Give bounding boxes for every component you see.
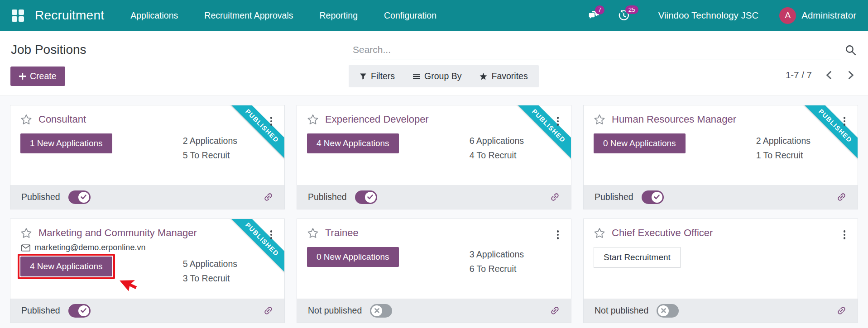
new-applications-button[interactable]: 0 New Applications — [307, 247, 399, 267]
job-title-link[interactable]: Chief Executive Officer — [612, 227, 713, 239]
kebab-menu-icon[interactable] — [556, 229, 561, 241]
check-icon — [652, 192, 662, 203]
website-link-icon[interactable] — [547, 190, 562, 204]
activities-badge: 25 — [625, 5, 638, 14]
menu-reporting[interactable]: Reporting — [319, 10, 358, 21]
new-applications-button[interactable]: 1 New Applications — [20, 133, 112, 153]
job-title-link[interactable]: Marketing and Community Manager — [38, 227, 197, 239]
publish-toggle[interactable] — [355, 190, 377, 204]
group-by-button[interactable]: Group By — [413, 71, 461, 81]
top-navbar: Recruitment Applications Recruitment App… — [0, 0, 868, 31]
card-header: Human Resources Manager — [594, 114, 848, 125]
to-recruit-count-link[interactable]: 3 To Recruit — [183, 271, 237, 285]
card-main: Chief Executive Officer Start Recruitmen… — [584, 219, 858, 299]
job-title-link[interactable]: Human Resources Manager — [612, 114, 736, 125]
company-switcher[interactable]: Viindoo Technology JSC — [658, 10, 758, 21]
job-card-experienced-developer[interactable]: PUBLISHED Experienced Developer 4 New Ap… — [297, 105, 571, 209]
publish-status-label: Published — [21, 192, 60, 202]
create-button-label: Create — [30, 71, 57, 81]
card-footer: Published — [10, 299, 284, 323]
publish-toggle[interactable] — [68, 304, 91, 318]
applications-count-link[interactable]: 2 Applications — [183, 133, 237, 148]
kebab-menu-icon[interactable] — [556, 115, 561, 127]
filters-button[interactable]: Filters — [360, 71, 395, 81]
start-recruitment-button[interactable]: Start Recruitment — [594, 247, 681, 268]
create-button[interactable]: Create — [10, 67, 65, 86]
app-brand-title[interactable]: Recruitment — [35, 8, 104, 23]
to-recruit-count-link[interactable]: 4 To Recruit — [470, 148, 524, 162]
job-email[interactable]: marketing@demo.erponline.vn — [34, 243, 145, 252]
new-applications-button[interactable]: 0 New Applications — [594, 133, 686, 153]
website-link-icon[interactable] — [261, 190, 276, 204]
card-body: 4 New Applications 5 Applications 3 To R… — [20, 257, 274, 285]
publish-toggle[interactable] — [642, 190, 664, 204]
to-recruit-count-link[interactable]: 6 To Recruit — [470, 261, 524, 276]
search-input[interactable] — [352, 42, 841, 60]
card-stats: 3 Applications 6 To Recruit — [470, 247, 524, 276]
page-title: Job Positions — [11, 43, 86, 57]
favorite-star-icon[interactable] — [20, 228, 32, 239]
menu-applications[interactable]: Applications — [130, 10, 178, 21]
applications-count-link[interactable]: 2 Applications — [756, 133, 810, 148]
new-applications-button[interactable]: 4 New Applications — [20, 257, 112, 276]
pager: 1-7 / 7 — [786, 69, 856, 81]
favorites-button[interactable]: Favorites — [480, 71, 528, 81]
job-title-link[interactable]: Experienced Developer — [325, 114, 429, 125]
card-footer: Published — [10, 185, 284, 209]
funnel-icon — [360, 73, 367, 80]
messages-badge: 7 — [595, 5, 605, 14]
new-applications-button[interactable]: 4 New Applications — [307, 133, 399, 153]
chevron-left-icon — [825, 71, 832, 80]
avatar: A — [779, 7, 796, 24]
apps-menu-icon[interactable] — [12, 10, 24, 22]
recruitment-kanban-page: Recruitment Applications Recruitment App… — [0, 0, 868, 328]
to-recruit-count-link[interactable]: 5 To Recruit — [183, 148, 237, 162]
favorites-label: Favorites — [491, 71, 528, 81]
pager-previous-button[interactable] — [824, 69, 834, 81]
website-link-icon[interactable] — [834, 190, 849, 204]
to-recruit-count-link[interactable]: 1 To Recruit — [756, 148, 810, 162]
search-icon[interactable] — [845, 44, 857, 58]
card-body: 1 New Applications 2 Applications 5 To R… — [20, 133, 274, 162]
publish-status-label: Not published — [595, 305, 648, 316]
favorite-star-icon[interactable] — [594, 114, 605, 125]
website-link-icon[interactable] — [547, 303, 562, 318]
favorite-star-icon[interactable] — [594, 228, 605, 239]
job-card-trainee[interactable]: Trainee 0 New Applications 3 Application… — [297, 219, 571, 323]
favorite-star-icon[interactable] — [20, 114, 32, 125]
job-card-consultant[interactable]: PUBLISHED Consultant 1 New Applications … — [10, 105, 285, 209]
cross-icon — [371, 305, 382, 316]
menu-recruitment-approvals[interactable]: Recruitment Approvals — [204, 10, 293, 21]
website-link-icon[interactable] — [834, 303, 849, 318]
card-header: Chief Executive Officer — [594, 227, 848, 239]
applications-count-link[interactable]: 5 Applications — [183, 257, 237, 271]
job-card-hr-manager[interactable]: PUBLISHED Human Resources Manager 0 New … — [583, 105, 858, 209]
job-card-marketing-manager[interactable]: PUBLISHED Marketing and Community Manage… — [10, 219, 285, 323]
activities-button[interactable]: 25 — [618, 10, 629, 21]
publish-toggle[interactable] — [68, 190, 91, 204]
kebab-menu-icon[interactable] — [269, 115, 274, 127]
kebab-menu-icon[interactable] — [842, 229, 847, 241]
favorite-star-icon[interactable] — [307, 228, 319, 239]
user-name: Administrator — [801, 10, 856, 21]
favorite-star-icon[interactable] — [307, 114, 319, 125]
website-link-icon[interactable] — [261, 303, 276, 318]
card-stats: 6 Applications 4 To Recruit — [470, 133, 524, 162]
card-main: Consultant 1 New Applications 2 Applicat… — [10, 105, 284, 185]
publish-toggle[interactable] — [370, 304, 392, 318]
user-menu[interactable]: A Administrator — [779, 7, 856, 24]
kebab-menu-icon[interactable] — [842, 115, 847, 127]
job-card-ceo[interactable]: Chief Executive Officer Start Recruitmen… — [583, 219, 858, 323]
job-title-link[interactable]: Trainee — [325, 227, 359, 239]
check-icon — [365, 192, 376, 203]
cross-icon — [658, 305, 669, 316]
applications-count-link[interactable]: 6 Applications — [470, 133, 524, 148]
kebab-menu-icon[interactable] — [269, 229, 274, 241]
applications-count-link[interactable]: 3 Applications — [470, 247, 524, 261]
job-title-link[interactable]: Consultant — [38, 114, 86, 125]
menu-configuration[interactable]: Configuration — [384, 10, 436, 21]
card-footer: Not published — [297, 299, 571, 323]
publish-toggle[interactable] — [657, 304, 679, 318]
messages-button[interactable]: 7 — [588, 10, 600, 21]
pager-next-button[interactable] — [846, 69, 856, 81]
